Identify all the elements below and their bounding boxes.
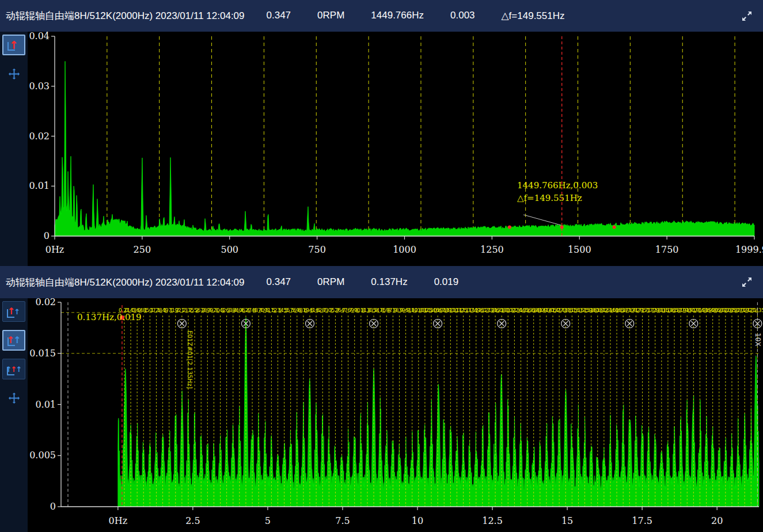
svg-text:0.03: 0.03 [29, 81, 50, 92]
cursor-annotation: 0.137Hz,0.019 [77, 312, 142, 322]
sideband-marker[interactable] [508, 225, 511, 229]
stat-overall-value: 0.347 [267, 10, 291, 22]
header-stats: 0.347 0RPM 1449.766Hz 0.003 △f=149.551Hz [267, 10, 565, 22]
single-cursor-button[interactable]: ↑↑ [2, 301, 25, 322]
harmonic-cursor-button[interactable]: ↑↑ [2, 330, 25, 351]
expand-icon [740, 9, 754, 23]
chart-toolbar-bottom: ↑↑ ↑↑ ↑↑↑ [0, 298, 28, 532]
cursor-arrow-icon: ↑ [13, 336, 21, 345]
spectrum-panel-top: 动辊辊轴自由端8H/512K(2000Hz) 2023/01/11 12:04:… [0, 0, 763, 266]
svg-text:0: 0 [50, 501, 56, 512]
channel-title: 动辊辊轴自由端8H/512K(2000Hz) 2023/01/11 12:04:… [6, 9, 245, 22]
sideband-cursor-button[interactable]: ↑↑↑ [2, 359, 25, 379]
svg-text:2.5: 2.5 [185, 515, 200, 526]
delta-f-annotation: △f=149.551Hz [517, 193, 582, 203]
stat-cursor-frequency: 0.137Hz [371, 276, 407, 288]
pan-tool-button[interactable] [2, 63, 25, 84]
panel-header-bottom: 动辊辊轴自由端8H/512K(2000Hz) 2023/01/11 12:04:… [0, 266, 763, 298]
expand-icon [740, 275, 754, 289]
single-cursor-button[interactable]: ↑ [2, 35, 25, 55]
svg-text:0Hz: 0Hz [109, 515, 128, 526]
axes: 00.010.020.030.040Hz25050075010001250150… [29, 32, 763, 255]
chart-row-bottom: ↑↑ ↑↑ ↑↑↑ 0.210.430.640.851.071.281.491.… [0, 298, 763, 532]
spectrum-panel-bottom: 动辊辊轴自由端8H/512K(2000Hz) 2023/01/11 12:04:… [0, 266, 763, 532]
svg-text:7.5: 7.5 [335, 515, 350, 526]
svg-text:500: 500 [221, 244, 238, 255]
svg-text:1500: 1500 [568, 244, 591, 255]
svg-text:0.015: 0.015 [29, 348, 56, 359]
svg-text:1250: 1250 [480, 244, 504, 255]
cursor-annotation: 1449.766Hz,0.003 [517, 180, 598, 191]
stat-cursor-frequency: 1449.766Hz [371, 10, 424, 22]
svg-text:0.01: 0.01 [35, 399, 56, 410]
cursor-arrow-icon: ↑ [9, 40, 18, 51]
expand-button[interactable] [739, 274, 755, 290]
svg-text:10: 10 [412, 515, 423, 526]
svg-text:0.02: 0.02 [29, 131, 50, 142]
svg-text:1000: 1000 [393, 244, 416, 255]
chart-toolbar-top: ↑ [0, 32, 28, 266]
svg-text:15: 15 [561, 515, 573, 526]
channel-title: 动辊辊轴自由端8H/512K(2000Hz) 2023/01/11 12:04:… [6, 276, 245, 289]
svg-text:0: 0 [44, 230, 50, 241]
cursor-arrow-icon: ↑ [14, 308, 20, 316]
svg-text:0.02: 0.02 [35, 298, 56, 307]
header-stats: 0.347 0RPM 0.137Hz 0.019 [267, 276, 459, 288]
svg-text:21.35: 21.35 [750, 307, 763, 313]
sideband-marker[interactable] [560, 225, 564, 229]
svg-text:1999.99: 1999.99 [735, 244, 763, 255]
panel-header-top: 动辊辊轴自由端8H/512K(2000Hz) 2023/01/11 12:04:… [0, 0, 763, 32]
svg-text:12.5: 12.5 [482, 515, 503, 526]
move-icon [7, 392, 21, 405]
chart-row-top: ↑ 1449.766Hz,0.003△f=149.551Hz00.010.020… [0, 32, 763, 266]
annotation-leader [523, 215, 561, 225]
vibration-analyzer-app: 动辊辊轴自由端8H/512K(2000Hz) 2023/01/11 12:04:… [0, 0, 763, 532]
svg-text:5: 5 [265, 515, 271, 526]
pan-tool-button[interactable] [2, 387, 25, 408]
svg-text:1750: 1750 [655, 244, 679, 255]
spectrum-series [55, 61, 754, 236]
end-order-label: 10X [754, 333, 762, 347]
stat-delta-f: △f=149.551Hz [502, 10, 565, 22]
stat-cursor-amplitude: 0.019 [434, 276, 459, 288]
svg-text:0.04: 0.04 [29, 32, 50, 41]
marker-id-label: E01Z#01[2.135Hz] [187, 330, 193, 389]
svg-text:750: 750 [308, 244, 326, 255]
stat-rpm: 0RPM [317, 10, 344, 22]
svg-text:0Hz: 0Hz [45, 244, 64, 255]
svg-text:20: 20 [711, 515, 723, 526]
stat-cursor-amplitude: 0.003 [450, 10, 475, 22]
sideband-marker[interactable] [613, 225, 616, 229]
svg-text:0.01: 0.01 [29, 180, 50, 191]
spectrum-chart-top[interactable]: 1449.766Hz,0.003△f=149.551Hz00.010.020.0… [28, 32, 763, 266]
cursor-arrow-icon: ↑ [16, 366, 22, 373]
harmonic-cursor-lines[interactable] [107, 36, 735, 236]
spectrum-chart-bottom[interactable]: 0.210.430.640.851.071.281.491.711.922.13… [28, 298, 763, 532]
expand-button[interactable] [739, 8, 755, 24]
stat-rpm: 0RPM [317, 276, 344, 288]
svg-text:0.005: 0.005 [29, 450, 56, 461]
svg-text:250: 250 [134, 244, 151, 255]
stat-overall-value: 0.347 [267, 276, 291, 288]
svg-text:17.5: 17.5 [632, 515, 652, 526]
move-icon [7, 67, 21, 81]
